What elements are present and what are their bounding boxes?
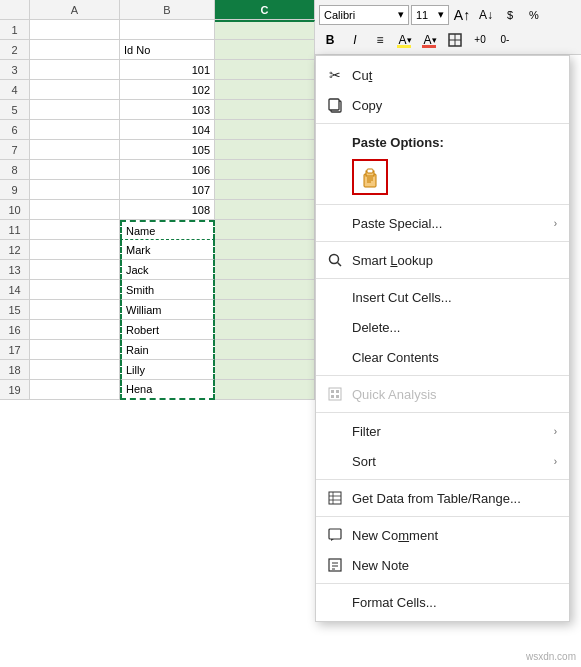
grid: 1 2 Id No 3 101 4 102 5	[0, 20, 315, 400]
context-menu: ✂ Cut Copy Paste Options:	[315, 55, 570, 622]
menu-item-new-comment[interactable]: New Comment	[316, 520, 569, 550]
cell-b2[interactable]: Id No	[120, 40, 215, 60]
font-color-btn[interactable]: A ▾	[419, 30, 441, 50]
cell-a8[interactable]	[30, 160, 120, 180]
cell-b13[interactable]: Jack	[120, 260, 215, 280]
dollar-btn[interactable]: $	[499, 5, 521, 25]
cell-b17[interactable]: Rain	[120, 340, 215, 360]
cell-b8[interactable]: 106	[120, 160, 215, 180]
cell-a19[interactable]	[30, 380, 120, 400]
bold-btn[interactable]: B	[319, 30, 341, 50]
cell-c15[interactable]	[215, 300, 315, 320]
cell-c18[interactable]	[215, 360, 315, 380]
font-size-input[interactable]: 11 ▾	[411, 5, 449, 25]
cell-a15[interactable]	[30, 300, 120, 320]
cell-c2[interactable]	[215, 40, 315, 60]
menu-item-delete[interactable]: Delete...	[316, 312, 569, 342]
svg-rect-18	[329, 492, 341, 504]
table-row: 4 102	[0, 80, 315, 100]
col-header-c[interactable]: C	[215, 0, 315, 20]
cell-c16[interactable]	[215, 320, 315, 340]
cell-c11[interactable]	[215, 220, 315, 240]
cell-c7[interactable]	[215, 140, 315, 160]
svg-rect-7	[367, 169, 373, 173]
cell-b4[interactable]: 102	[120, 80, 215, 100]
cell-b14[interactable]: Smith	[120, 280, 215, 300]
col-header-b[interactable]: B	[120, 0, 215, 20]
menu-item-sort[interactable]: Sort ›	[316, 446, 569, 476]
menu-item-format-cells[interactable]: Format Cells...	[316, 587, 569, 617]
cell-b7[interactable]: 105	[120, 140, 215, 160]
cell-a16[interactable]	[30, 320, 120, 340]
cell-c12[interactable]	[215, 240, 315, 260]
cell-a1[interactable]	[30, 20, 120, 40]
cell-a9[interactable]	[30, 180, 120, 200]
increase-decimal-btn[interactable]: +0	[469, 30, 491, 50]
cell-c8[interactable]	[215, 160, 315, 180]
cell-b11[interactable]: Name	[120, 220, 215, 240]
cell-a10[interactable]	[30, 200, 120, 220]
menu-item-filter[interactable]: Filter ›	[316, 416, 569, 446]
cell-a13[interactable]	[30, 260, 120, 280]
cell-c1[interactable]	[215, 20, 315, 40]
cell-b16[interactable]: Robert	[120, 320, 215, 340]
cell-a6[interactable]	[30, 120, 120, 140]
cell-c10[interactable]	[215, 200, 315, 220]
cell-c19[interactable]	[215, 380, 315, 400]
cell-a11[interactable]	[30, 220, 120, 240]
cell-b10[interactable]: 108	[120, 200, 215, 220]
percent-btn[interactable]: %	[523, 5, 545, 25]
toolbar-row1: Calibri ▾ 11 ▾ A↑ A↓ $ %	[319, 2, 577, 27]
highlight-btn[interactable]: A ▾	[394, 30, 416, 50]
menu-item-get-data[interactable]: Get Data from Table/Range...	[316, 483, 569, 513]
menu-item-clear-contents[interactable]: Clear Contents	[316, 342, 569, 372]
new-comment-icon	[324, 525, 346, 545]
cell-b19[interactable]: Hena	[120, 380, 215, 400]
cell-a17[interactable]	[30, 340, 120, 360]
cell-a4[interactable]	[30, 80, 120, 100]
cell-a14[interactable]	[30, 280, 120, 300]
menu-item-copy[interactable]: Copy	[316, 90, 569, 120]
col-header-a[interactable]: A	[30, 0, 120, 20]
border-btn[interactable]	[444, 30, 466, 50]
decrease-font-btn[interactable]: A↓	[475, 5, 497, 25]
decrease-decimal-btn[interactable]: 0-	[494, 30, 516, 50]
cell-b18[interactable]: Lilly	[120, 360, 215, 380]
cell-b15[interactable]: William	[120, 300, 215, 320]
align-btn[interactable]: ≡	[369, 30, 391, 50]
menu-item-new-note[interactable]: New Note	[316, 550, 569, 580]
cell-c5[interactable]	[215, 100, 315, 120]
increase-font-btn[interactable]: A↑	[451, 5, 473, 25]
cell-a5[interactable]	[30, 100, 120, 120]
menu-item-cut[interactable]: ✂ Cut	[316, 60, 569, 90]
cell-b6[interactable]: 104	[120, 120, 215, 140]
watermark: wsxdn.com	[526, 651, 576, 662]
font-name-input[interactable]: Calibri ▾	[319, 5, 409, 25]
italic-btn[interactable]: I	[344, 30, 366, 50]
cell-b12[interactable]: Mark	[120, 240, 215, 260]
cell-c4[interactable]	[215, 80, 315, 100]
cell-a18[interactable]	[30, 360, 120, 380]
cell-b3[interactable]: 101	[120, 60, 215, 80]
cell-c6[interactable]	[215, 120, 315, 140]
cell-a7[interactable]	[30, 140, 120, 160]
cell-c3[interactable]	[215, 60, 315, 80]
cell-b5[interactable]: 103	[120, 100, 215, 120]
cell-a12[interactable]	[30, 240, 120, 260]
cell-c17[interactable]	[215, 340, 315, 360]
cell-c14[interactable]	[215, 280, 315, 300]
cell-c13[interactable]	[215, 260, 315, 280]
menu-item-insert-cut-cells[interactable]: Insert Cut Cells...	[316, 282, 569, 312]
menu-item-quick-analysis[interactable]: Quick Analysis	[316, 379, 569, 409]
paste-button[interactable]	[352, 159, 388, 195]
cell-b9[interactable]: 107	[120, 180, 215, 200]
menu-item-paste-special[interactable]: Paste Special... ›	[316, 208, 569, 238]
table-row: 15 William	[0, 300, 315, 320]
search-icon	[324, 250, 346, 270]
svg-rect-17	[336, 395, 339, 398]
cell-b1[interactable]	[120, 20, 215, 40]
cell-a3[interactable]	[30, 60, 120, 80]
menu-item-smart-lookup[interactable]: Smart Lookup	[316, 245, 569, 275]
cell-a2[interactable]	[30, 40, 120, 60]
cell-c9[interactable]	[215, 180, 315, 200]
